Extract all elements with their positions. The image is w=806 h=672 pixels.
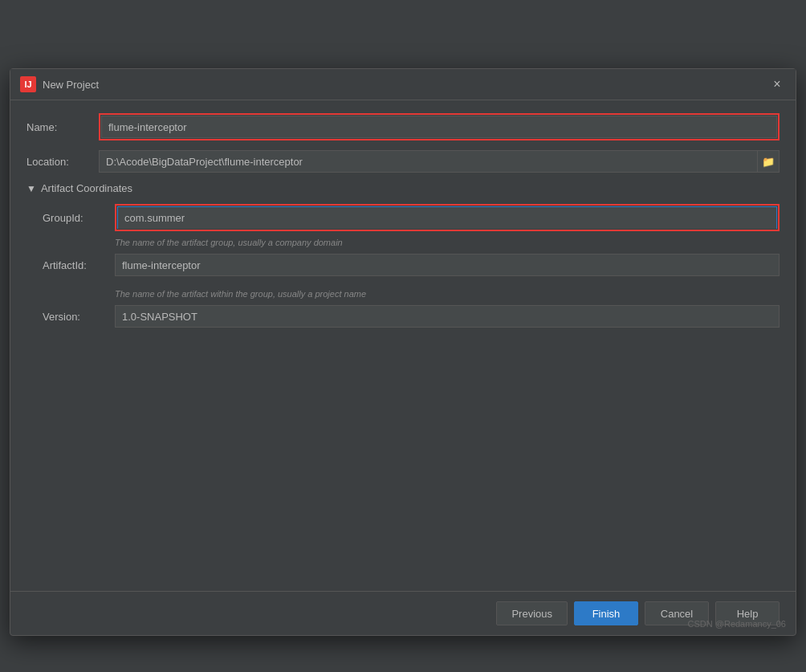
browse-button[interactable]: 📁 bbox=[757, 150, 780, 173]
version-input[interactable] bbox=[115, 305, 780, 328]
name-label: Name: bbox=[26, 121, 99, 133]
location-row: Location: 📁 bbox=[26, 150, 780, 173]
artifact-section-header: ▼ Artifact Coordinates bbox=[26, 182, 780, 194]
previous-button[interactable]: Previous bbox=[496, 601, 568, 625]
location-input[interactable] bbox=[99, 150, 757, 173]
app-icon-label: IJ bbox=[24, 79, 31, 89]
dialog-title: New Project bbox=[43, 79, 99, 91]
groupid-row: GroupId: bbox=[43, 204, 780, 231]
groupid-input[interactable] bbox=[117, 206, 777, 229]
groupid-row-container: GroupId: The name of the artifact group,… bbox=[43, 204, 780, 254]
dialog-titlebar: IJ New Project × bbox=[10, 69, 796, 100]
dialog-footer: Previous Finish Cancel Help bbox=[10, 591, 796, 635]
name-input-wrapper bbox=[99, 113, 780, 141]
location-input-wrapper: 📁 bbox=[99, 150, 780, 173]
empty-space bbox=[26, 337, 780, 578]
groupid-label: GroupId: bbox=[43, 212, 115, 224]
artifact-section-title: Artifact Coordinates bbox=[41, 182, 132, 194]
close-icon: × bbox=[773, 77, 780, 92]
app-icon: IJ bbox=[20, 76, 36, 92]
dialog-overlay: IJ New Project × Name: Location: bbox=[10, 16, 796, 672]
name-input[interactable] bbox=[101, 116, 777, 138]
new-project-dialog: IJ New Project × Name: Location: bbox=[10, 68, 796, 636]
groupid-hint: The name of the artifact group, usually … bbox=[43, 234, 780, 254]
close-button[interactable]: × bbox=[768, 75, 786, 93]
version-label: Version: bbox=[43, 311, 115, 323]
name-row: Name: bbox=[26, 113, 780, 141]
artifactid-label: ArtifactId: bbox=[43, 259, 115, 271]
artifactid-row: ArtifactId: bbox=[43, 254, 780, 276]
dialog-content: Name: Location: 📁 ▼ Artifact Coordinate bbox=[10, 100, 796, 591]
version-row: Version: bbox=[43, 305, 780, 328]
artifact-section-content: GroupId: The name of the artifact group,… bbox=[26, 204, 780, 328]
location-label: Location: bbox=[26, 156, 99, 168]
section-collapse-arrow[interactable]: ▼ bbox=[26, 183, 36, 194]
artifactid-hint: The name of the artifact within the grou… bbox=[43, 286, 780, 305]
groupid-wrapper bbox=[115, 204, 780, 231]
title-left: IJ New Project bbox=[20, 76, 99, 92]
watermark: CSDN @Redamancy_06 bbox=[688, 619, 786, 629]
folder-icon: 📁 bbox=[762, 156, 775, 168]
artifactid-input[interactable] bbox=[115, 254, 780, 276]
finish-button[interactable]: Finish bbox=[574, 601, 638, 625]
